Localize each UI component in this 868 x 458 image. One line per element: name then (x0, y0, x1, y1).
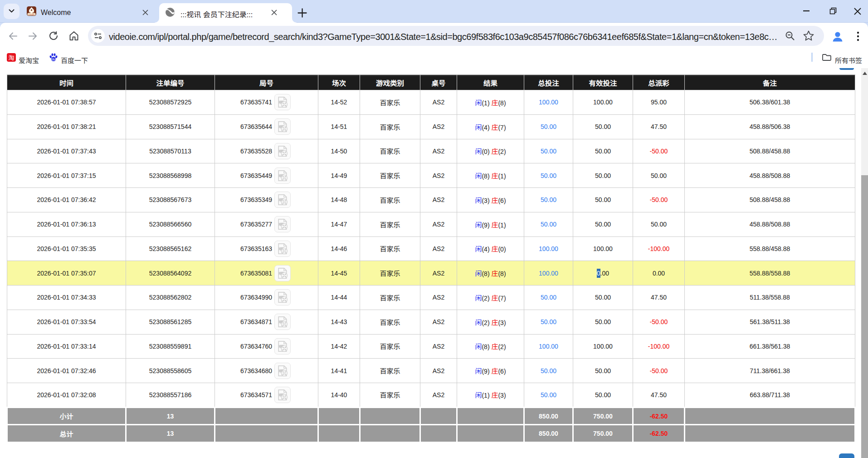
svg-text:du: du (52, 57, 55, 61)
svg-text:淘: 淘 (8, 53, 14, 62)
svg-text:扑克团队: 扑克团队 (28, 13, 35, 15)
